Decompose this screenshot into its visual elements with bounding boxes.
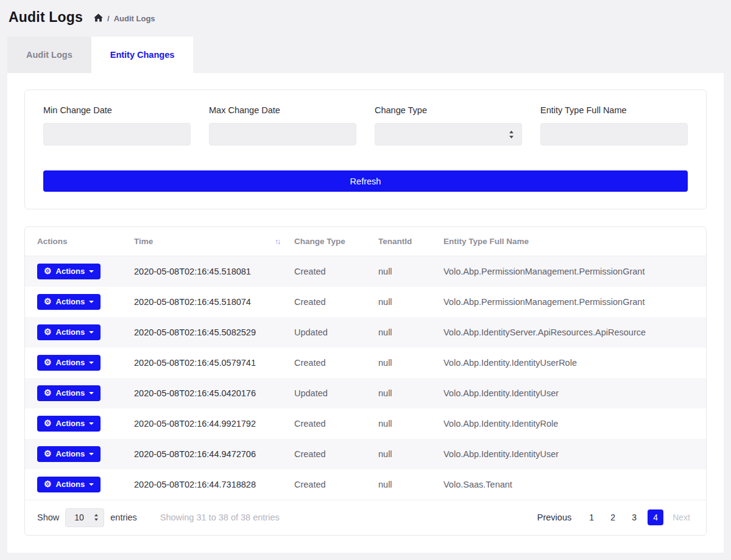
caret-down-icon <box>89 362 94 364</box>
cell-tenant-id: null <box>371 408 436 439</box>
breadcrumb-separator: / <box>107 14 110 23</box>
entries-label: entries <box>110 513 137 522</box>
row-actions-button[interactable]: ⚙Actions <box>37 355 101 371</box>
cell-entity-type: Volo.Abp.Identity.IdentityUser <box>436 378 706 408</box>
table-row: ⚙Actions 2020-05-08T02:16:45.0579741 Cre… <box>25 348 706 378</box>
cell-entity-type: Volo.Abp.PermissionManagement.Permission… <box>436 287 706 317</box>
cell-entity-type: Volo.Abp.Identity.IdentityRole <box>436 408 706 439</box>
cell-entity-type: Volo.Abp.PermissionManagement.Permission… <box>436 256 706 287</box>
cell-change-type: Created <box>287 408 371 439</box>
pagination-page-2[interactable]: 2 <box>605 509 621 525</box>
gear-icon: ⚙ <box>44 388 52 397</box>
max-change-date-label: Max Change Date <box>209 105 356 115</box>
show-label: Show <box>37 513 59 522</box>
page-title: Audit Logs <box>9 9 83 26</box>
cell-time: 2020-05-08T02:16:44.9921792 <box>127 408 287 439</box>
cell-tenant-id: null <box>371 287 436 317</box>
pagination-next: Next <box>669 509 694 525</box>
gear-icon: ⚙ <box>44 419 52 427</box>
cell-time: 2020-05-08T02:16:45.518074 <box>127 287 287 317</box>
table-row: ⚙Actions 2020-05-08T02:16:45.5082529 Upd… <box>25 317 706 348</box>
cell-tenant-id: null <box>371 348 436 378</box>
pagination-page-4[interactable]: 4 <box>648 509 663 525</box>
pagination-previous[interactable]: Previous <box>534 509 575 525</box>
cell-tenant-id: null <box>371 317 436 348</box>
page-size-select[interactable]: 10 <box>65 508 104 527</box>
cell-time: 2020-05-08T02:16:45.5082529 <box>127 317 287 348</box>
caret-down-icon <box>89 301 94 303</box>
caret-down-icon <box>89 453 94 455</box>
pagination-page-3[interactable]: 3 <box>626 509 642 525</box>
cell-time: 2020-05-08T02:16:45.518081 <box>127 256 287 287</box>
cell-time: 2020-05-08T02:16:44.7318828 <box>127 469 287 500</box>
row-actions-button[interactable]: ⚙Actions <box>37 324 101 340</box>
gear-icon: ⚙ <box>44 358 52 366</box>
cell-change-type: Updated <box>287 317 371 348</box>
cell-time: 2020-05-08T02:16:44.9472706 <box>127 439 287 469</box>
gear-icon: ⚙ <box>44 449 52 458</box>
caret-down-icon <box>89 392 94 394</box>
entity-changes-table-card: Actions Time ↑↓ Change Type TenantId Ent… <box>24 226 707 536</box>
pagination: Previous 1 2 3 4 Next <box>534 509 694 525</box>
table-row: ⚙Actions 2020-05-08T02:16:44.9472706 Cre… <box>25 439 706 469</box>
min-change-date-input[interactable] <box>43 123 191 145</box>
table-row: ⚙Actions 2020-05-08T02:16:45.518074 Crea… <box>25 287 706 317</box>
gear-icon: ⚙ <box>44 267 52 275</box>
cell-time: 2020-05-08T02:16:45.0579741 <box>127 348 287 378</box>
cell-tenant-id: null <box>371 256 436 287</box>
gear-icon: ⚙ <box>44 297 52 306</box>
tab-bar: Audit Logs Entity Changes <box>7 37 724 73</box>
cell-entity-type: Volo.Abp.IdentityServer.ApiResources.Api… <box>436 317 706 348</box>
gear-icon: ⚙ <box>44 327 52 336</box>
field-change-type: Change Type <box>375 105 522 145</box>
topbar: Audit Logs / Audit Logs <box>0 0 731 32</box>
column-header-tenant-id: TenantId <box>371 227 436 256</box>
main-panel: Min Change Date Max Change Date Change T… <box>7 73 724 553</box>
column-header-time[interactable]: Time ↑↓ <box>127 227 287 256</box>
row-actions-button[interactable]: ⚙Actions <box>37 294 101 310</box>
field-min-change-date: Min Change Date <box>43 105 191 145</box>
cell-change-type: Created <box>287 287 371 317</box>
cell-tenant-id: null <box>371 439 436 469</box>
sort-icon[interactable]: ↑↓ <box>275 237 280 246</box>
cell-time: 2020-05-08T02:16:45.0420176 <box>127 378 287 408</box>
change-type-select[interactable] <box>375 123 522 145</box>
cell-change-type: Created <box>287 256 371 287</box>
caret-down-icon <box>89 331 94 334</box>
cell-tenant-id: null <box>371 378 436 408</box>
tab-entity-changes[interactable]: Entity Changes <box>91 37 194 73</box>
max-change-date-input[interactable] <box>209 123 356 145</box>
table-row: ⚙Actions 2020-05-08T02:16:45.0420176 Upd… <box>25 378 706 408</box>
column-header-change-type: Change Type <box>287 227 371 256</box>
cell-change-type: Created <box>287 439 371 469</box>
row-actions-button[interactable]: ⚙Actions <box>37 385 101 401</box>
row-actions-button[interactable]: ⚙Actions <box>37 416 101 432</box>
caret-down-icon <box>89 270 94 273</box>
breadcrumb-current: Audit Logs <box>114 14 155 23</box>
tab-audit-logs[interactable]: Audit Logs <box>7 37 91 73</box>
filter-card: Min Change Date Max Change Date Change T… <box>24 89 707 209</box>
refresh-button[interactable]: Refresh <box>43 170 688 192</box>
field-entity-type-full-name: Entity Type Full Name <box>540 105 688 145</box>
cell-entity-type: Volo.Abp.Identity.IdentityUserRole <box>436 348 706 378</box>
row-actions-button[interactable]: ⚙Actions <box>37 446 101 462</box>
table-footer: Show 10 entries Showing 31 to 38 of 38 e… <box>25 500 706 535</box>
table-row: ⚙Actions 2020-05-08T02:16:44.9921792 Cre… <box>25 408 706 439</box>
cell-entity-type: Volo.Saas.Tenant <box>436 469 706 500</box>
pagination-page-1[interactable]: 1 <box>584 509 599 525</box>
row-actions-button[interactable]: ⚙Actions <box>37 264 101 279</box>
row-actions-button[interactable]: ⚙Actions <box>37 477 101 492</box>
caret-down-icon <box>89 422 94 425</box>
caret-down-icon <box>89 483 94 486</box>
gear-icon: ⚙ <box>44 480 52 488</box>
home-icon[interactable] <box>94 13 103 22</box>
table-row: ⚙Actions 2020-05-08T02:16:44.7318828 Cre… <box>25 469 706 500</box>
entity-type-full-name-input[interactable] <box>540 123 688 145</box>
column-header-entity-type: Entity Type Full Name <box>436 227 706 256</box>
cell-change-type: Updated <box>287 378 371 408</box>
entity-changes-table: Actions Time ↑↓ Change Type TenantId Ent… <box>25 227 706 500</box>
showing-entries-text: Showing 31 to 38 of 38 entries <box>160 513 280 522</box>
cell-change-type: Created <box>287 348 371 378</box>
cell-change-type: Created <box>287 469 371 500</box>
column-header-actions: Actions <box>25 227 127 256</box>
